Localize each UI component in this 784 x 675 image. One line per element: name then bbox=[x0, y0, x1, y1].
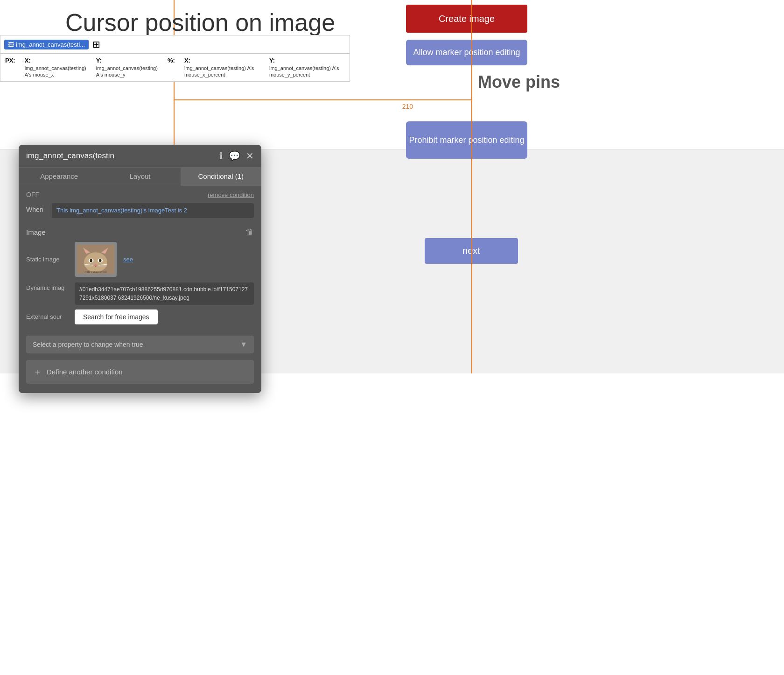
tab-appearance-label: Appearance bbox=[40, 172, 78, 180]
modal-title: img_annot_canvas(testin bbox=[26, 151, 114, 161]
bottom-canvas: anva B's mous _y B's mouse_x percent B's… bbox=[0, 373, 784, 675]
svg-point-8 bbox=[90, 259, 92, 262]
px-col-x2: X: img_annot_canvas(testing) A's mouse_x… bbox=[184, 57, 260, 78]
toolbar-tab-label: img_annot_canvas(testi... bbox=[16, 41, 85, 48]
percent-label: %: bbox=[168, 57, 175, 64]
svg-point-1 bbox=[84, 252, 107, 272]
modal-panel: img_annot_canvas(testin ℹ 💬 ✕ Appearance… bbox=[19, 145, 261, 393]
px-col-x: X: img_annot_canvas(testing) A's mouse_x bbox=[25, 57, 87, 78]
info-icon[interactable]: ℹ bbox=[219, 150, 223, 162]
x-label: X: bbox=[25, 57, 87, 64]
top-section: Cursor position on image 🖼 img_annot_can… bbox=[0, 0, 784, 149]
px-label: PX: bbox=[5, 57, 15, 64]
y-label: Y: bbox=[96, 57, 158, 64]
move-pins-label: Move pins bbox=[478, 72, 560, 92]
x-value: img_annot_canvas(testing) A's mouse_x bbox=[25, 65, 87, 78]
create-image-button[interactable]: Create image bbox=[406, 5, 527, 33]
px-col-percent: %: bbox=[168, 57, 175, 78]
static-image-row: Static image bbox=[26, 242, 254, 277]
y-value: img_annot_canvas(testing) A's mouse_y bbox=[96, 65, 158, 78]
plus-icon: ＋ bbox=[33, 366, 42, 378]
define-another-condition-button[interactable]: ＋ Define another condition bbox=[26, 360, 254, 384]
px-col-y2: Y: img_annot_canvas(testing) A's mouse_y… bbox=[269, 57, 345, 78]
tab-conditional[interactable]: Conditional (1) bbox=[181, 168, 261, 186]
when-value[interactable]: This img_annot_canvas(testing)'s imageTe… bbox=[52, 203, 254, 218]
select-property-dropdown[interactable]: Select a property to change when true ▼ bbox=[26, 336, 254, 353]
cat-image[interactable]: САМ СЕБЯ КУСАЙ bbox=[75, 242, 117, 277]
allow-marker-label: Allow marker position editing bbox=[413, 48, 520, 57]
modal-tabs: Appearance Layout Conditional (1) bbox=[19, 168, 261, 186]
select-property-label: Select a property to change when true bbox=[33, 341, 143, 348]
tab-layout-label: Layout bbox=[129, 172, 150, 180]
x2-label: X: bbox=[184, 57, 260, 64]
see-link[interactable]: see bbox=[123, 256, 133, 263]
image-section-title: Image bbox=[26, 228, 46, 236]
define-condition-label: Define another condition bbox=[47, 368, 123, 376]
external-source-row: External sour Search for free images bbox=[26, 309, 254, 324]
grid-icon: ⊞ bbox=[92, 39, 100, 50]
chevron-down-icon: ▼ bbox=[240, 340, 247, 349]
dynamic-image-row: Dynamic imag //01edb34471ae707cb19886255… bbox=[26, 282, 254, 305]
define-condition-row: ＋ Define another condition bbox=[19, 360, 261, 384]
orange-line-canvas bbox=[471, 0, 472, 373]
search-free-images-label: Search for free images bbox=[83, 313, 149, 321]
toolbar-tab[interactable]: 🖼 img_annot_canvas(testi... bbox=[4, 40, 89, 49]
create-image-label: Create image bbox=[439, 14, 495, 24]
y2-label: Y: bbox=[269, 57, 345, 64]
tab-layout[interactable]: Layout bbox=[99, 168, 180, 186]
allow-marker-button[interactable]: Allow marker position editing bbox=[406, 40, 527, 65]
close-icon[interactable]: ✕ bbox=[246, 150, 254, 162]
when-label: When bbox=[26, 203, 47, 213]
modal-icons: ℹ 💬 ✕ bbox=[219, 150, 254, 162]
select-property-row: Select a property to change when true ▼ bbox=[19, 336, 261, 353]
canvas-area: Cursor position on image 🖼 img_annot_can… bbox=[0, 0, 784, 675]
px-row: PX: X: img_annot_canvas(testing) A's mou… bbox=[0, 54, 350, 82]
coord-210: 210 bbox=[402, 103, 413, 110]
search-free-images-button[interactable]: Search for free images bbox=[75, 309, 158, 324]
static-image-label: Static image bbox=[26, 256, 68, 263]
remove-condition-link[interactable]: remove condition bbox=[208, 191, 254, 198]
external-source-label: External sour bbox=[26, 313, 68, 320]
svg-point-9 bbox=[99, 259, 101, 262]
tab-conditional-label: Conditional (1) bbox=[198, 172, 244, 180]
dynamic-url[interactable]: //01edb34471ae707cb19886255d970881.cdn.b… bbox=[75, 282, 254, 305]
image-section: Image 🗑 Static image bbox=[19, 223, 261, 336]
orange-hline bbox=[174, 99, 472, 100]
page-title: Cursor position on image bbox=[65, 8, 335, 36]
off-row: OFF remove condition bbox=[19, 186, 261, 203]
modal-header: img_annot_canvas(testin ℹ 💬 ✕ bbox=[19, 145, 261, 168]
tab-appearance[interactable]: Appearance bbox=[19, 168, 99, 186]
when-row: When This img_annot_canvas(testing)'s im… bbox=[19, 203, 261, 223]
image-icon: 🖼 bbox=[8, 41, 14, 48]
toolbar-row: 🖼 img_annot_canvas(testi... ⊞ bbox=[0, 35, 350, 54]
trash-icon[interactable]: 🗑 bbox=[245, 227, 254, 237]
dynamic-image-label: Dynamic imag bbox=[26, 282, 68, 291]
y2-value: img_annot_canvas(testing) A's mouse_y_pe… bbox=[269, 65, 345, 78]
svg-text:САМ СЕБЯ КУСАЙ: САМ СЕБЯ КУСАЙ bbox=[84, 270, 106, 273]
px-col-label: PX: bbox=[5, 57, 15, 78]
comment-icon[interactable]: 💬 bbox=[229, 150, 240, 162]
image-section-header: Image 🗑 bbox=[26, 227, 254, 237]
prohibit-marker-label: Prohibit marker position editing bbox=[409, 135, 524, 145]
prohibit-marker-button[interactable]: Prohibit marker position editing bbox=[406, 121, 527, 159]
px-col-y: Y: img_annot_canvas(testing) A's mouse_y bbox=[96, 57, 158, 78]
x2-value: img_annot_canvas(testing) A's mouse_x_pe… bbox=[184, 65, 260, 78]
off-label: OFF bbox=[26, 191, 39, 198]
